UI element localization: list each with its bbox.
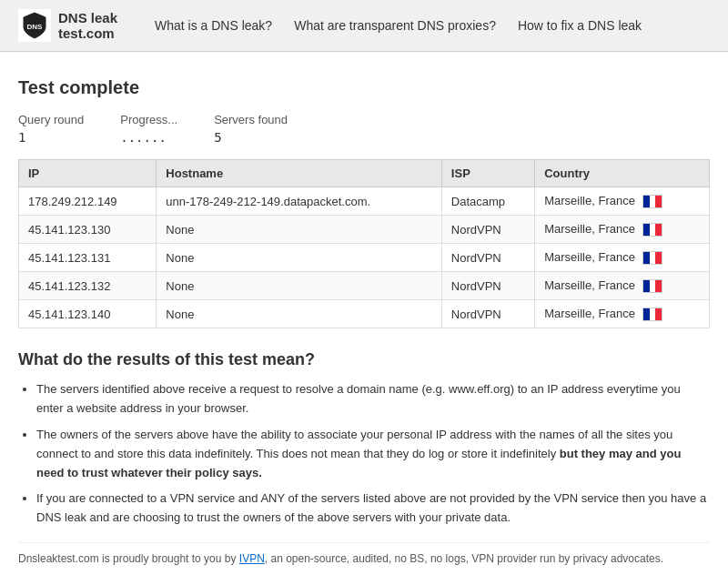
- footer-text-after: , an open-source, audited, no BS, no log…: [265, 552, 663, 565]
- cell-isp: NordVPN: [441, 244, 534, 272]
- header: DNS DNS leak test.com What is a DNS leak…: [0, 0, 728, 52]
- cell-hostname: None: [157, 272, 442, 300]
- list-item: The servers identified above receive a r…: [36, 380, 710, 419]
- list-item: If you are connected to a VPN service an…: [36, 489, 710, 528]
- col-header-country: Country: [535, 160, 710, 187]
- explanation-list: The servers identified above receive a r…: [18, 380, 710, 528]
- progress-value: ......: [120, 130, 177, 145]
- meta-progress: Progress... ......: [120, 113, 177, 145]
- main-nav: What is a DNS leak? What are transparent…: [155, 18, 642, 33]
- logo-text: DNS leak test.com: [58, 10, 117, 41]
- flag-france: [642, 308, 662, 321]
- table-row: 45.141.123.131NoneNordVPNMarseille, Fran…: [19, 244, 710, 272]
- col-header-hostname: Hostname: [157, 160, 442, 187]
- nav-link-dns-leak[interactable]: What is a DNS leak?: [155, 18, 272, 33]
- nav-link-fix[interactable]: How to fix a DNS leak: [518, 18, 642, 33]
- table-row: 45.141.123.132NoneNordVPNMarseille, Fran…: [19, 272, 710, 300]
- query-round-label: Query round: [18, 113, 84, 126]
- cell-ip: 45.141.123.131: [19, 244, 157, 272]
- progress-label: Progress...: [120, 113, 177, 126]
- cell-ip: 178.249.212.149: [19, 187, 157, 216]
- test-complete-title: Test complete: [18, 77, 710, 98]
- meta-servers-found: Servers found 5: [214, 113, 288, 145]
- nav-links: What is a DNS leak? What are transparent…: [155, 18, 642, 33]
- table-row: 178.249.212.149unn-178-249-212-149.datap…: [19, 187, 710, 216]
- flag-france: [642, 279, 662, 293]
- results-table: IP Hostname ISP Country 178.249.212.149u…: [18, 159, 710, 328]
- cell-isp: NordVPN: [441, 216, 534, 244]
- flag-france: [642, 251, 662, 265]
- logo[interactable]: DNS DNS leak test.com: [18, 9, 127, 42]
- footer-text-before: Dnsleaktest.com is proudly brought to yo…: [18, 552, 239, 565]
- cell-hostname: None: [157, 300, 442, 328]
- cell-hostname: None: [157, 244, 442, 272]
- cell-ip: 45.141.123.132: [19, 272, 157, 300]
- cell-country: Marseille, France: [535, 244, 710, 272]
- cell-isp: NordVPN: [441, 272, 534, 300]
- list-item: The owners of the servers above have the…: [36, 426, 710, 482]
- flag-france: [642, 223, 662, 237]
- flag-france: [642, 195, 662, 208]
- footer-text: Dnsleaktest.com is proudly brought to yo…: [18, 542, 710, 565]
- cell-country: Marseille, France: [535, 300, 710, 328]
- table-row: 45.141.123.140NoneNordVPNMarseille, Fran…: [19, 300, 710, 328]
- table-row: 45.141.123.130NoneNordVPNMarseille, Fran…: [19, 216, 710, 244]
- cell-country: Marseille, France: [535, 272, 710, 300]
- query-round-value: 1: [18, 130, 84, 145]
- meta-query-round: Query round 1: [18, 113, 84, 145]
- cell-country: Marseille, France: [535, 187, 710, 216]
- cell-isp: Datacamp: [441, 187, 534, 216]
- servers-found-label: Servers found: [214, 113, 288, 126]
- col-header-ip: IP: [19, 160, 157, 187]
- hostname-link[interactable]: unn-178-249-212-149.datapacket.com.: [166, 195, 370, 208]
- cell-ip: 45.141.123.140: [19, 300, 157, 328]
- cell-ip: 45.141.123.130: [19, 216, 157, 244]
- cell-hostname: None: [157, 216, 442, 244]
- logo-icon: DNS: [18, 9, 51, 42]
- explanation-title: What do the results of this test mean?: [18, 350, 710, 369]
- cell-hostname: unn-178-249-212-149.datapacket.com.: [157, 187, 442, 216]
- cell-isp: NordVPN: [441, 300, 534, 328]
- main-content: Test complete Query round 1 Progress... …: [0, 52, 728, 575]
- svg-text:DNS: DNS: [27, 23, 44, 31]
- nav-link-transparent-proxy[interactable]: What are transparent DNS proxies?: [294, 18, 496, 33]
- cell-country: Marseille, France: [535, 216, 710, 244]
- col-header-isp: ISP: [441, 160, 534, 187]
- servers-found-value: 5: [214, 130, 288, 145]
- meta-row: Query round 1 Progress... ...... Servers…: [18, 113, 710, 145]
- ivpn-link[interactable]: IVPN: [239, 552, 265, 565]
